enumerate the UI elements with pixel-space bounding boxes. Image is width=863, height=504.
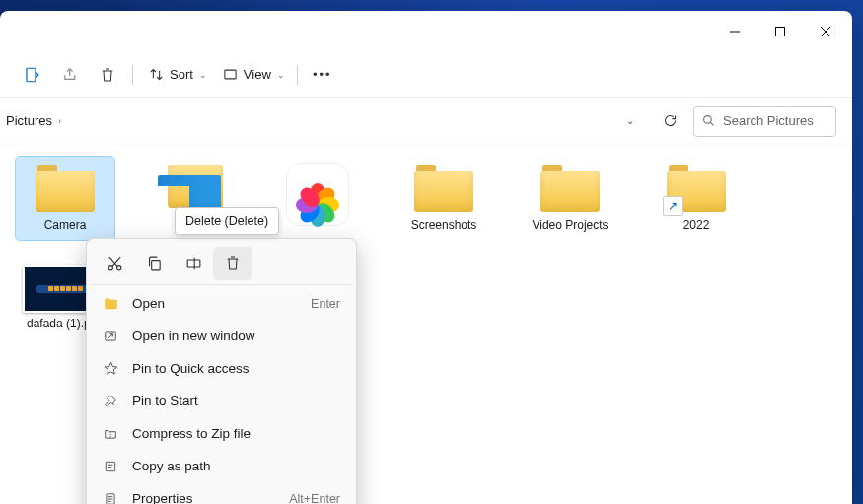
menu-item-pin-quick-access[interactable]: Pin to Quick access [91, 352, 352, 385]
toolbar: Sort ⌄ View ⌄ ••• [0, 52, 852, 98]
menu-label: Open [132, 296, 165, 311]
svg-point-6 [704, 116, 712, 124]
menu-item-compress-zip[interactable]: Compress to Zip file [91, 417, 352, 450]
context-menu-icon-bar [91, 243, 352, 285]
properties-icon [103, 491, 118, 505]
svg-rect-4 [27, 68, 36, 82]
star-icon [103, 361, 118, 377]
photos-app-item[interactable] [268, 157, 367, 240]
menu-item-properties[interactable]: Properties Alt+Enter [91, 482, 352, 504]
breadcrumb[interactable]: Pictures › [2, 106, 607, 137]
share-button[interactable] [53, 58, 87, 92]
svg-rect-9 [151, 260, 160, 269]
item-label: Screenshots [411, 218, 477, 234]
copy-icon[interactable] [134, 247, 174, 280]
delete-icon[interactable] [213, 247, 252, 280]
close-button[interactable] [803, 16, 848, 47]
folder-icon: ↗ [663, 163, 730, 214]
folder-item-video-projects[interactable]: Video Projects [521, 157, 619, 240]
item-label: Video Projects [532, 218, 608, 234]
menu-shortcut: Alt+Enter [289, 492, 340, 505]
menu-item-open[interactable]: Open Enter [91, 287, 352, 320]
titlebar [0, 11, 852, 52]
search-input[interactable]: Search Pictures [693, 106, 836, 137]
menu-label: Open in new window [132, 328, 255, 343]
svg-rect-12 [106, 462, 114, 470]
svg-rect-10 [187, 259, 200, 266]
folder-item-screenshots[interactable]: Screenshots [395, 157, 493, 240]
toolbar-divider [132, 65, 133, 85]
svg-point-8 [116, 265, 120, 269]
folder-open-icon [103, 296, 118, 312]
folder-item-2022[interactable]: ↗ 2022 [647, 157, 746, 240]
menu-label: Pin to Quick access [132, 361, 250, 376]
sort-label: Sort [170, 67, 193, 82]
pin-icon [103, 394, 118, 409]
delete-button[interactable] [91, 58, 124, 92]
window-new-icon [103, 328, 118, 344]
more-button[interactable]: ••• [306, 58, 339, 92]
search-icon [702, 114, 715, 127]
svg-rect-1 [776, 28, 785, 36]
history-dropdown[interactable]: ⌄ [614, 106, 646, 137]
menu-label: Compress to Zip file [132, 426, 251, 441]
menu-label: Properties [132, 491, 193, 504]
sort-dropdown[interactable]: Sort ⌄ [141, 58, 211, 92]
copy-path-icon [103, 459, 118, 474]
search-placeholder: Search Pictures [723, 113, 814, 128]
chevron-down-icon: ⌄ [199, 70, 207, 80]
breadcrumb-folder: Pictures [6, 113, 52, 128]
delete-tooltip: Delete (Delete) [175, 207, 279, 235]
item-label: Camera [44, 218, 87, 234]
refresh-button[interactable] [654, 106, 685, 137]
svg-rect-5 [225, 70, 236, 79]
view-label: View [244, 67, 271, 82]
menu-item-open-new-window[interactable]: Open in new window [91, 320, 352, 352]
address-bar-row: Pictures › ⌄ Search Pictures [0, 98, 852, 145]
menu-shortcut: Enter [311, 297, 340, 311]
shortcut-overlay-icon: ↗ [663, 196, 683, 216]
photos-icon [286, 163, 349, 226]
rename-icon[interactable] [174, 247, 213, 280]
folder-icon [537, 163, 604, 214]
folder-item-camera[interactable]: Camera [16, 157, 114, 240]
menu-label: Copy as path [132, 459, 211, 473]
view-dropdown[interactable]: View ⌄ [215, 58, 289, 92]
toolbar-divider [297, 65, 298, 85]
folder-icon [32, 163, 99, 214]
chevron-down-icon: ⌄ [277, 70, 285, 80]
minimize-button[interactable] [712, 16, 757, 47]
new-button[interactable] [16, 58, 49, 92]
svg-point-7 [108, 265, 112, 269]
cut-icon[interactable] [95, 247, 134, 280]
maximize-button[interactable] [757, 16, 803, 47]
item-label: 2022 [683, 218, 710, 234]
zip-icon [103, 426, 118, 442]
menu-item-pin-start[interactable]: Pin to Start [91, 385, 352, 417]
explorer-window: Sort ⌄ View ⌄ ••• Pictures › ⌄ Search Pi… [0, 11, 852, 504]
context-menu: Open Enter Open in new window Pin to Qui… [86, 238, 357, 504]
menu-label: Pin to Start [132, 394, 198, 408]
menu-item-copy-path[interactable]: Copy as path [91, 450, 352, 482]
folder-icon [410, 163, 477, 214]
chevron-right-icon: › [58, 116, 61, 126]
